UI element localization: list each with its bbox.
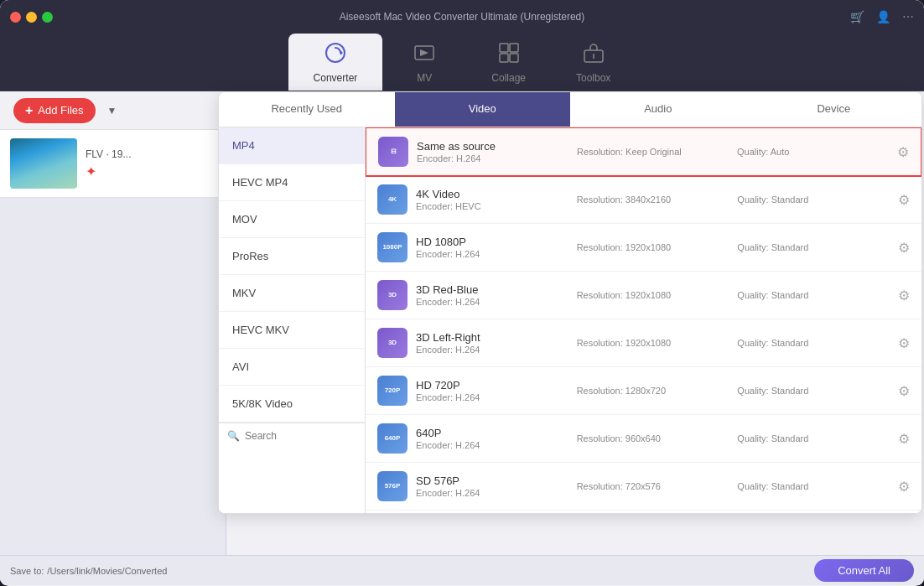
format-option-details-same_as_source: Same as source Encoder: H.264 xyxy=(417,140,568,163)
format-option-hd_1080p[interactable]: 1080P HD 1080P Encoder: H.264 Resolution… xyxy=(366,224,921,272)
format-option-rows: ⊟ Same as source Encoder: H.264 Resoluti… xyxy=(366,130,921,513)
format-option-encoder-same_as_source: Encoder: H.264 xyxy=(417,153,568,163)
format-option-details-640p: 640P Encoder: H.264 xyxy=(416,427,568,450)
titlebar: Aiseesoft Mac Video Converter Ultimate (… xyxy=(0,0,924,34)
format-option-quality-4k_video: Quality: Standard xyxy=(737,194,890,205)
search-input[interactable] xyxy=(245,430,366,442)
collage-icon xyxy=(498,42,520,69)
format-option-3d_left_right[interactable]: 3D 3D Left-Right Encoder: H.264 Resoluti… xyxy=(366,319,921,367)
format-option-details-3d_left_right: 3D Left-Right Encoder: H.264 xyxy=(416,331,568,355)
file-item[interactable]: FLV · 19... ✦ xyxy=(0,130,226,198)
add-files-label: Add Files xyxy=(38,104,83,117)
content-area: FLV · 19... ✦ Recently Used Video Au xyxy=(0,130,924,555)
maximize-button[interactable] xyxy=(42,12,53,23)
format-list-item-hevc_mkv[interactable]: HEVC MKV xyxy=(219,312,365,349)
svg-rect-4 xyxy=(510,44,518,52)
save-to-label: Save to: xyxy=(10,566,44,576)
search-icon: 🔍 xyxy=(227,430,240,442)
bottom-bar: Save to: /Users/link/Movies/Converted Co… xyxy=(0,555,924,585)
add-files-dropdown[interactable]: ▼ xyxy=(104,101,121,120)
close-button[interactable] xyxy=(10,12,21,23)
format-option-640p[interactable]: 640P 640P Encoder: H.264 Resolution: 960… xyxy=(366,415,921,463)
gear-icon-4k_video[interactable]: ⚙ xyxy=(898,192,910,208)
thumbnail-image xyxy=(10,138,77,189)
svg-rect-3 xyxy=(500,44,508,52)
format-list-item-5k8k[interactable]: 5K/8K Video xyxy=(219,386,365,423)
format-option-encoder-4k_video: Encoder: HEVC xyxy=(416,201,568,211)
gear-icon-640p[interactable]: ⚙ xyxy=(898,431,910,447)
format-option-icon-4k_video: 4K xyxy=(377,184,407,215)
tab-toolbox[interactable]: Toolbox xyxy=(551,34,636,91)
format-option-icon-3d_red_blue: 3D xyxy=(377,280,407,310)
format-option-encoder-3d_left_right: Encoder: H.264 xyxy=(416,345,568,355)
save-path: /Users/link/Movies/Converted xyxy=(47,566,167,576)
gear-icon-same_as_source[interactable]: ⚙ xyxy=(897,144,909,160)
gear-icon-hd_1080p[interactable]: ⚙ xyxy=(898,240,910,256)
format-option-quality-640p: Quality: Standard xyxy=(737,433,890,443)
format-option-icon-sd_576p: 576P xyxy=(377,471,407,501)
format-options: ⊟ Same as source Encoder: H.264 Resoluti… xyxy=(366,130,921,513)
converter-icon xyxy=(324,42,346,69)
file-thumbnail xyxy=(10,138,77,189)
gear-icon-hd_720p[interactable]: ⚙ xyxy=(898,383,910,399)
format-body: MP4HEVC MP4MOVProResMKVHEVC MKVAVI5K/8K … xyxy=(219,130,921,513)
minimize-button[interactable] xyxy=(26,12,37,23)
plus-icon: + xyxy=(25,103,33,118)
format-option-res-640p: Resolution: 960x640 xyxy=(577,433,729,443)
format-option-details-hd_720p: HD 720P Encoder: H.264 xyxy=(416,379,568,402)
format-option-res-sd_576p: Resolution: 720x576 xyxy=(577,481,729,491)
format-option-encoder-640p: Encoder: H.264 xyxy=(416,440,568,450)
menu-icon[interactable]: ⋯ xyxy=(902,10,914,23)
format-option-sd_576p[interactable]: 576P SD 576P Encoder: H.264 Resolution: … xyxy=(366,463,921,511)
format-option-quality-same_as_source: Quality: Auto xyxy=(737,147,889,157)
tab-mv-label: MV xyxy=(417,72,432,84)
format-option-icon-640p: 640P xyxy=(377,423,407,454)
format-option-res-3d_red_blue: Resolution: 1920x1080 xyxy=(577,290,729,300)
svg-rect-6 xyxy=(510,54,518,62)
format-option-res-hd_1080p: Resolution: 1920x1080 xyxy=(577,242,729,252)
tab-converter[interactable]: Converter xyxy=(288,34,383,91)
titlebar-actions: 🛒 👤 ⋯ xyxy=(850,10,914,23)
format-option-res-3d_left_right: Resolution: 1920x1080 xyxy=(577,338,729,348)
format-option-encoder-hd_1080p: Encoder: H.264 xyxy=(416,249,568,259)
format-option-name-3d_left_right: 3D Left-Right xyxy=(416,331,568,344)
gear-icon-sd_576p[interactable]: ⚙ xyxy=(898,479,910,495)
format-dropdown: Recently Used Video Audio Device xyxy=(218,130,922,514)
format-option-quality-sd_576p: Quality: Standard xyxy=(737,481,890,491)
format-list-item-mp4[interactable]: MP4 xyxy=(219,130,365,164)
format-option-same_as_source[interactable]: ⊟ Same as source Encoder: H.264 Resoluti… xyxy=(366,130,921,177)
tab-converter-label: Converter xyxy=(314,72,358,84)
gear-icon-3d_left_right[interactable]: ⚙ xyxy=(898,335,910,351)
format-option-3d_red_blue[interactable]: 3D 3D Red-Blue Encoder: H.264 Resolution… xyxy=(366,272,921,319)
format-option-name-sd_576p: SD 576P xyxy=(416,475,568,487)
svg-rect-5 xyxy=(500,54,508,62)
cart-icon[interactable]: 🛒 xyxy=(850,10,864,23)
add-files-button[interactable]: + Add Files xyxy=(13,98,96,123)
convert-all-button[interactable]: Convert All xyxy=(814,559,914,582)
format-list-item-prores[interactable]: ProRes xyxy=(219,238,365,275)
gear-icon-3d_red_blue[interactable]: ⚙ xyxy=(898,288,910,303)
tab-collage[interactable]: Collage xyxy=(466,34,551,91)
format-list-items: MP4HEVC MP4MOVProResMKVHEVC MKVAVI5K/8K … xyxy=(219,130,365,423)
svg-marker-1 xyxy=(340,50,343,55)
format-option-icon-same_as_source: ⊟ xyxy=(378,137,408,167)
format-list-item-mov[interactable]: MOV xyxy=(219,201,365,238)
format-option-sd_480p[interactable]: 480P SD 480P Encoder: H.264 Resolution: … xyxy=(366,511,921,513)
format-option-quality-3d_left_right: Quality: Standard xyxy=(737,338,890,348)
format-option-hd_720p[interactable]: 720P HD 720P Encoder: H.264 Resolution: … xyxy=(366,367,921,415)
format-list-item-mkv[interactable]: MKV xyxy=(219,275,365,312)
format-option-encoder-hd_720p: Encoder: H.264 xyxy=(416,392,568,402)
traffic-lights xyxy=(10,12,53,23)
format-option-4k_video[interactable]: 4K 4K Video Encoder: HEVC Resolution: 38… xyxy=(366,176,921,224)
format-option-res-same_as_source: Resolution: Keep Original xyxy=(577,147,729,157)
file-format: FLV · 19... xyxy=(86,148,215,160)
window-title: Aiseesoft Mac Video Converter Ultimate (… xyxy=(340,11,585,23)
format-option-name-4k_video: 4K Video xyxy=(416,188,568,200)
mv-icon xyxy=(413,42,435,69)
format-list-item-hevc_mp4[interactable]: HEVC MP4 xyxy=(219,164,365,201)
format-list-item-avi[interactable]: AVI xyxy=(219,349,365,386)
star-icon[interactable]: ✦ xyxy=(86,164,96,179)
user-icon[interactable]: 👤 xyxy=(876,10,890,23)
tab-mv[interactable]: MV xyxy=(382,34,466,91)
tab-collage-label: Collage xyxy=(491,72,526,84)
